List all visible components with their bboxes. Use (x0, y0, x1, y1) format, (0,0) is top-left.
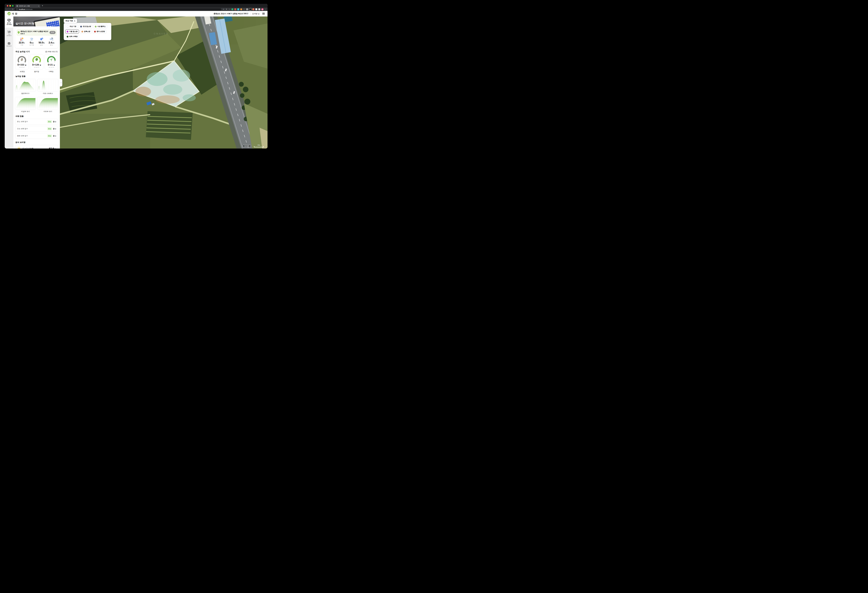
reload-icon[interactable]: ⟳ (12, 9, 13, 10)
header-username: 김새팜 님 (252, 12, 260, 15)
bookmark-star-icon[interactable]: ☆ (229, 8, 230, 10)
playlist-icon[interactable] (258, 8, 260, 10)
dday-card-germination: D+128 일 22.05.17 (30, 54, 43, 70)
sidebar-item-farm-journal[interactable]: 농업 일지 (5, 39, 13, 50)
translate-icon[interactable]: G (223, 8, 224, 10)
farm-address-bar: 충청남도 천안시 서북구 성환읍 복모리 540-3 변경 (16, 29, 57, 36)
layer-color-dot (94, 31, 96, 33)
sprout-icon (50, 58, 53, 61)
briefing-section-title: 분석 브리핑 (15, 141, 25, 143)
damage-section-title: 피해 현황 (15, 115, 24, 118)
address-bar[interactable]: i localhost:3000/main (15, 8, 221, 10)
layer-chip-1[interactable]: 토양 질소량 (79, 25, 93, 28)
summary-card: 충청남도 천안시 서북구 성환읍 복모리 540-3 변경 22.6°c 기온 … (15, 28, 58, 48)
location-pin-icon (18, 31, 20, 34)
layer-selector-button[interactable]: 위성 구분 (64, 19, 77, 23)
extension-black-icon[interactable] (249, 8, 251, 10)
extension-cyan-icon[interactable] (237, 8, 239, 10)
dday-label-germination: 발아일 (30, 71, 44, 73)
layer-chip-label: 위성 기본 (69, 25, 77, 28)
damage-row-salinity: 염분 피해 일수 정상 0 일 (15, 133, 58, 139)
briefing-card: 내 농가 성장률 87.9 % 분석 결과 보기 (15, 145, 58, 148)
dday-cards: D+153 일 22.04.22 D+128 일 22.05.17 (15, 54, 58, 70)
sidebar-item-realtime-monitoring[interactable]: 실시간모니터링 (5, 16, 13, 28)
browser-tab[interactable]: 새로운 농사, 새팜 × (15, 4, 40, 7)
extension-grammarly-icon[interactable] (232, 8, 233, 10)
tab-title: 새로운 농사, 새팜 (19, 5, 37, 7)
layer-chip-label: 예측 수확량 (69, 35, 78, 38)
sidebar-item-satellite-analysis[interactable]: 위성상세분석 (5, 28, 13, 39)
schedule-date: 09월 22일 (토) (46, 50, 58, 53)
layer-chip-3[interactable]: 식물 질소량 (65, 30, 79, 34)
url-bar: ← → ⟳ i localhost:3000/main G ⬆ ☆ 승민 ⋮ (5, 7, 267, 11)
chart-root-size: 지하부 크기 (37, 97, 58, 113)
back-icon[interactable]: ← (6, 9, 8, 10)
header-address: 충청남도 천안시 서북구 성환읍 복모리 540-3 (214, 12, 248, 15)
map-watermark: ©NAVER (154, 32, 168, 35)
window-controls[interactable] (5, 5, 15, 7)
dday-label-sowing: 파종일 (15, 71, 30, 73)
brand-name: 새 팜 (12, 12, 18, 15)
extension-dark-icon[interactable] (243, 8, 245, 10)
close-window-button[interactable] (7, 5, 8, 7)
extension-orange-icon[interactable] (240, 8, 242, 10)
damage-row-drought: 건조 피해 일수 정상 0 일 (15, 126, 58, 132)
profile-avatar[interactable]: 승민 (261, 8, 264, 10)
layer-chip-label: 토양 질소량 (83, 25, 91, 28)
weather-humidity: 50.5% 습도 (37, 37, 47, 46)
wind-cloud-icon (49, 37, 54, 41)
thermometer-icon (20, 37, 24, 41)
url-path: :3000/main (25, 9, 32, 10)
chart-moisture-stress: 수분 스트레스 (37, 79, 58, 95)
layer-chip-2[interactable]: 식생 활력도 (93, 25, 107, 28)
naver-logo: NAVER (243, 145, 251, 147)
satellite-map[interactable]: ©NAVER 위성 구분 위성 기본토양 질소량식생 활력도식물 질소량엽록소량… (60, 16, 267, 148)
new-tab-button[interactable]: + (42, 4, 43, 7)
change-address-button[interactable]: 변경 (49, 31, 56, 34)
maximize-window-button[interactable] (12, 5, 13, 7)
status-chart-grid: 엽면적지수 수분 스트레스 지상부 크기 지하부 크기 (15, 79, 58, 113)
menu-icon[interactable] (262, 13, 265, 15)
weather-row: 22.6°c 기온 0mm 강수량 50.5% 습도 (16, 36, 57, 48)
hero-banner: 실시간 모니터링 (13, 16, 60, 27)
layer-chip-6[interactable]: 예측 수확량 (65, 35, 79, 38)
chevron-up-icon (74, 21, 75, 21)
panel-collapse-handle[interactable]: ‹ (60, 79, 62, 86)
extension-red-icon[interactable] (234, 8, 236, 10)
extension-gradient-icon[interactable] (252, 8, 254, 10)
left-rail: 실시간모니터링 위성상세분석 농업 일지 (5, 16, 13, 148)
layer-chip-label: 종자 성장량 (97, 30, 105, 33)
water-drops-icon (40, 37, 43, 41)
growth-metric-label: 내 농가 성장률 (22, 147, 34, 148)
star-icon (18, 148, 20, 149)
seed-icon (21, 58, 23, 61)
chart-shoot-size: 지상부 크기 (15, 97, 36, 113)
minimize-window-button[interactable] (9, 5, 11, 7)
chart-leaf-area-index: 엽면적지수 (15, 79, 36, 95)
dday-card-harvest: D-21 일 22.10.13 (44, 54, 58, 70)
shoot-size-chart (15, 97, 35, 109)
layer-chip-0[interactable]: 위성 기본 (65, 25, 78, 28)
browser-menu-icon[interactable]: ⋮ (264, 9, 266, 10)
panel-title: 실시간 모니터링 (15, 22, 34, 25)
site-info-icon[interactable]: i (16, 9, 18, 10)
map-scale: 20m (254, 144, 264, 147)
layer-chip-label: 식물 질소량 (69, 30, 78, 33)
status-section-title: 농작업 현황 (15, 75, 25, 78)
desktop: 새로운 농사, 새팜 × + ← → ⟳ i localhost:3000/ma… (0, 0, 272, 155)
forward-icon[interactable]: → (9, 9, 11, 10)
layer-color-dot (66, 25, 69, 28)
share-icon[interactable]: ⬆ (226, 8, 227, 10)
layer-chip-4[interactable]: 엽록소량 (80, 30, 92, 34)
layer-chip-label: 식생 활력도 (97, 25, 106, 28)
extension-gray-icon[interactable] (246, 8, 248, 10)
extensions-row: G ⬆ ☆ 승민 ⋮ (223, 8, 266, 10)
moisture-stress-chart (37, 79, 58, 92)
header-divider: | (250, 13, 251, 15)
close-tab-icon[interactable]: × (38, 5, 39, 7)
leaf-area-chart (15, 79, 35, 92)
puzzle-icon[interactable] (255, 8, 257, 10)
dday-label-harvest: 수확일 (44, 71, 58, 73)
layer-chip-5[interactable]: 종자 성장량 (93, 30, 106, 34)
brand[interactable]: 새 팜 (7, 12, 18, 15)
